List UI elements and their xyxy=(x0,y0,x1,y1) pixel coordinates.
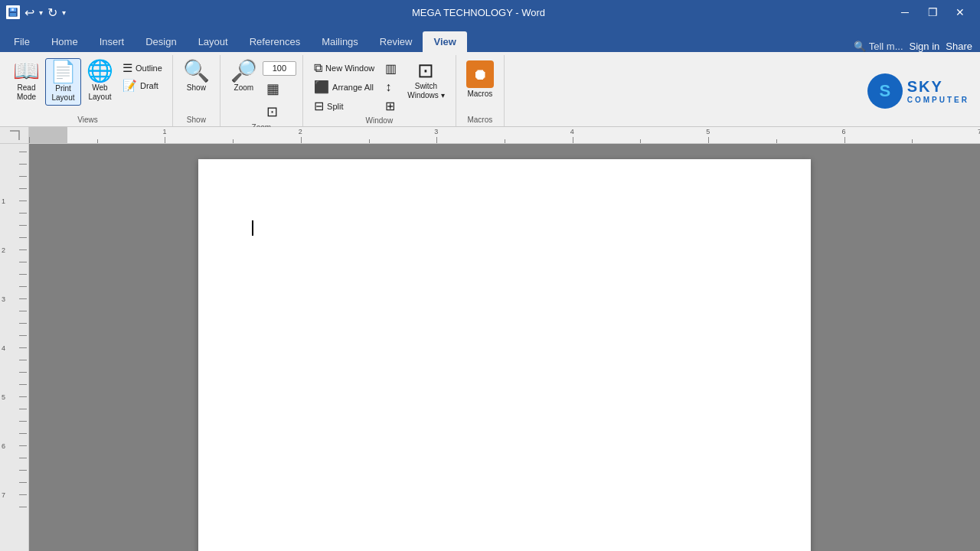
ribbon-group-zoom: 🔎 Zoom 100 ▦ ⊡ Zoom xyxy=(220,55,303,126)
split-button[interactable]: ⊟ Split xyxy=(310,97,378,115)
switch-windows-button[interactable]: ⊡ SwitchWindows ▾ xyxy=(403,58,448,103)
sign-in-button[interactable]: Sign in xyxy=(910,41,940,52)
views-small-col: ☰ Outline 📝 Draft xyxy=(119,58,166,94)
tell-me-text[interactable]: Tell m... xyxy=(869,41,903,52)
macros-buttons: ⏺ Macros xyxy=(462,55,498,116)
zoom-grid-button[interactable]: ▦ xyxy=(263,79,296,99)
zoom-wide-button[interactable]: ⊡ xyxy=(263,102,296,122)
new-window-icon: ⧉ xyxy=(314,61,322,75)
zoom-buttons: 🔎 Zoom 100 ▦ ⊡ xyxy=(227,55,296,123)
title-bar: ↩ ▾ ↻ ▾ MEGA TECHNOLOGY - Word ─ ❒ ✕ xyxy=(0,0,980,24)
tab-design[interactable]: Design xyxy=(135,31,187,52)
ruler-inner: 1234567 xyxy=(29,127,980,143)
switch-windows-icon: ⊡ xyxy=(417,60,434,80)
sync-scroll-icon: ↕ xyxy=(385,80,391,94)
print-layout-label: PrintLayout xyxy=(51,84,74,103)
draft-icon: 📝 xyxy=(122,79,137,93)
ribbon-group-views: 📖 ReadMode 📄 PrintLayout 🌐 WebLayout ☰ O… xyxy=(3,55,173,126)
switch-windows-label: SwitchWindows ▾ xyxy=(407,82,444,100)
close-button[interactable]: ✕ xyxy=(946,0,974,24)
show-group-label: Show xyxy=(179,116,214,126)
show-buttons: 🔍 Show xyxy=(179,55,214,116)
views-buttons: 📖 ReadMode 📄 PrintLayout 🌐 WebLayout ☰ O… xyxy=(9,55,166,116)
side-by-side-icon: ▥ xyxy=(385,61,397,76)
window-group-label: Window xyxy=(309,116,449,127)
tab-file[interactable]: File xyxy=(3,31,41,52)
show-button[interactable]: 🔍 Show xyxy=(179,58,214,95)
side-by-side-button[interactable]: ▥ xyxy=(381,60,400,77)
minimize-button[interactable]: ─ xyxy=(891,0,919,24)
tab-insert[interactable]: Insert xyxy=(89,31,136,52)
sky-text: SKY xyxy=(907,78,969,96)
outline-label: Outline xyxy=(136,64,162,73)
document-area[interactable] xyxy=(29,144,980,551)
split-icon: ⊟ xyxy=(314,99,324,113)
computer-text: COMPUTER xyxy=(907,96,969,104)
share-button[interactable]: Share xyxy=(946,41,972,52)
sky-logo-circle: S xyxy=(867,73,903,109)
zoom-button[interactable]: 🔎 Zoom xyxy=(227,58,261,95)
arrange-all-label: Arrange All xyxy=(332,83,374,92)
sky-text-area: SKY COMPUTER xyxy=(907,78,969,104)
new-window-button[interactable]: ⧉ New Window xyxy=(310,60,378,77)
zoom-icon: 🔎 xyxy=(230,60,257,82)
title-bar-title: MEGA TECHNOLOGY - Word xyxy=(66,7,891,18)
macros-group-label: Macros xyxy=(462,116,498,126)
sync-scroll-button[interactable]: ↕ xyxy=(381,79,400,96)
ribbon-group-window: ⧉ New Window ⬛ Arrange All ⊟ Split ▥ ↕ xyxy=(303,55,456,126)
show-label: Show xyxy=(187,83,206,93)
svg-rect-2 xyxy=(10,13,16,16)
tab-home[interactable]: Home xyxy=(41,31,89,52)
reset-window-icon: ⊞ xyxy=(385,99,395,113)
ruler-area: 1234567 xyxy=(0,127,980,144)
zoom-grid-icon: ▦ xyxy=(266,80,279,97)
arrange-all-button[interactable]: ⬛ Arrange All xyxy=(310,78,378,96)
outline-button[interactable]: ☰ Outline xyxy=(119,60,166,77)
reset-window-button[interactable]: ⊞ xyxy=(381,97,400,115)
save-icon[interactable] xyxy=(6,5,20,19)
svg-rect-3 xyxy=(11,8,14,11)
ruler-corner[interactable] xyxy=(0,127,29,143)
vertical-ruler: 1234567 xyxy=(0,144,29,551)
zoom-100-label: 100 xyxy=(273,64,286,73)
read-mode-label: ReadMode xyxy=(17,83,36,102)
read-mode-icon: 📖 xyxy=(13,60,40,82)
macros-button[interactable]: ⏺ Macros xyxy=(462,58,498,101)
outline-icon: ☰ xyxy=(122,61,132,75)
window-controls: ─ ❒ ✕ xyxy=(891,0,974,24)
sky-logo: S SKY COMPUTER xyxy=(867,73,969,109)
horizontal-ruler: 1234567 xyxy=(29,127,980,143)
title-bar-left: ↩ ▾ ↻ ▾ xyxy=(6,5,66,20)
document-page[interactable] xyxy=(198,159,811,551)
ribbon-group-macros: ⏺ Macros Macros xyxy=(456,55,505,126)
read-mode-button[interactable]: 📖 ReadMode xyxy=(9,58,44,104)
print-layout-button[interactable]: 📄 PrintLayout xyxy=(45,58,81,106)
web-layout-label: WebLayout xyxy=(88,83,111,102)
web-layout-button[interactable]: 🌐 WebLayout xyxy=(83,58,117,104)
zoom-wide-icon: ⊡ xyxy=(266,103,278,120)
zoom-100-button[interactable]: 100 xyxy=(263,61,296,76)
restore-button[interactable]: ❒ xyxy=(919,0,946,24)
sky-s-letter: S xyxy=(879,81,890,101)
tab-layout[interactable]: Layout xyxy=(188,31,239,52)
show-icon: 🔍 xyxy=(183,60,210,82)
draft-button[interactable]: 📝 Draft xyxy=(119,77,166,94)
web-layout-icon: 🌐 xyxy=(87,60,113,82)
zoom-label: Zoom xyxy=(234,83,254,93)
tab-view[interactable]: View xyxy=(423,31,466,52)
ribbon-tabs: File Home Insert Design Layout Reference… xyxy=(0,24,980,52)
arrange-all-icon: ⬛ xyxy=(314,80,329,94)
tab-mailings[interactable]: Mailings xyxy=(311,31,369,52)
views-group-label: Views xyxy=(9,116,166,126)
draft-label: Draft xyxy=(140,81,158,90)
tell-me-area[interactable]: 🔍 Tell m... xyxy=(854,41,903,52)
tab-review[interactable]: Review xyxy=(369,31,423,52)
macros-icon: ⏺ xyxy=(466,60,494,88)
undo-icon[interactable]: ↩ xyxy=(24,5,34,20)
macros-label: Macros xyxy=(467,90,492,99)
undo-dropdown[interactable]: ▾ xyxy=(39,8,43,17)
search-icon: 🔍 xyxy=(854,41,866,52)
tab-references[interactable]: References xyxy=(239,31,311,52)
main-area: 1234567 xyxy=(0,144,980,551)
redo-icon[interactable]: ↻ xyxy=(47,5,57,20)
